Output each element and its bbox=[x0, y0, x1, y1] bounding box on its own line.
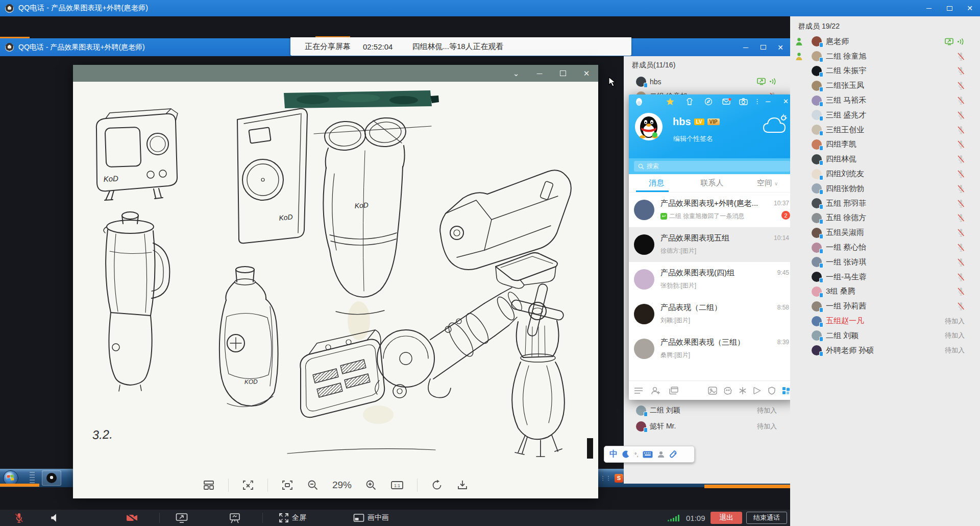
member-row[interactable]: 3组 桑腾 bbox=[790, 284, 980, 299]
share-screen-button[interactable] bbox=[176, 510, 188, 526]
one-to-one-icon[interactable]: 1:1 bbox=[390, 479, 404, 491]
member-row[interactable]: 三组 盛兆才 bbox=[790, 108, 980, 123]
member-row[interactable]: 五组吴淑雨 bbox=[790, 225, 980, 240]
avatar bbox=[812, 154, 822, 164]
more-menu-icon[interactable]: ⋮ bbox=[754, 98, 761, 105]
member-row[interactable]: 二组 刘颖 待加入 bbox=[624, 402, 790, 418]
tab-messages[interactable]: 消息 bbox=[629, 178, 684, 188]
conversation-item[interactable]: 产品效果图表现+外聘(扈老... 10:37 ↩二组 徐童旭撤回了一条消息 2 bbox=[629, 193, 790, 227]
conversation-item[interactable]: 产品效果图表现(四)组 9:45 张勃勃:[图片] bbox=[629, 262, 790, 297]
member-row[interactable]: 四组李凯 bbox=[790, 137, 980, 152]
camera-off-button[interactable] bbox=[126, 510, 139, 526]
member-row[interactable]: 二组 徐童旭 bbox=[790, 49, 980, 64]
share-border-bottom-left bbox=[0, 484, 39, 487]
qq-minimize-button[interactable]: ─ bbox=[766, 98, 770, 105]
app-grid-icon[interactable] bbox=[782, 387, 790, 395]
fullscreen-button[interactable]: 全屏 bbox=[279, 510, 306, 526]
maximize-button[interactable] bbox=[939, 0, 960, 16]
member-row[interactable]: 一组 蔡心怡 bbox=[790, 240, 980, 255]
camera-icon[interactable] bbox=[739, 98, 748, 106]
vip-badge[interactable]: VIP bbox=[707, 118, 720, 125]
member-row[interactable]: 五组 邢羽菲 bbox=[790, 196, 980, 211]
tab-contacts[interactable]: 联系人 bbox=[684, 178, 740, 188]
compass-icon[interactable] bbox=[704, 98, 713, 106]
extract-text-icon[interactable] bbox=[242, 479, 254, 491]
member-row[interactable]: 四组刘统友 bbox=[790, 166, 980, 181]
signature-edit[interactable]: 编辑个性签名 bbox=[673, 134, 713, 144]
member-row[interactable]: 外聘老师 孙硕 待加入 bbox=[790, 343, 980, 358]
member-row[interactable]: 一组 孙莉茜 bbox=[790, 299, 980, 314]
viewer-maximize-button[interactable] bbox=[551, 69, 575, 78]
shield-icon[interactable] bbox=[768, 387, 776, 395]
muted-mic-icon bbox=[957, 52, 965, 61]
play-video-icon[interactable] bbox=[753, 387, 762, 395]
tab-space[interactable]: 空间 ∨ bbox=[740, 178, 790, 188]
member-row[interactable]: 二组张玉凤 bbox=[790, 78, 980, 93]
close-button[interactable]: ✕ bbox=[960, 0, 980, 16]
conversation-item[interactable]: 产品效果图表现五组 10:14 徐德方:[图片] bbox=[629, 227, 790, 262]
exit-button[interactable]: 退出 bbox=[710, 512, 742, 524]
member-row[interactable]: 扈老师 bbox=[790, 34, 980, 49]
fit-screen-icon[interactable] bbox=[281, 479, 293, 491]
ime-punctuation-indicator[interactable]: °, bbox=[634, 451, 638, 458]
conversation-time: 10:14 bbox=[774, 234, 789, 242]
member-name: 二组 刘颖 bbox=[826, 331, 859, 341]
zoom-in-icon[interactable] bbox=[365, 479, 377, 491]
member-row[interactable]: 二组 刘颖 待加入 bbox=[790, 328, 980, 343]
end-call-button[interactable]: 结束通话 bbox=[746, 512, 787, 524]
layout-grid-icon[interactable] bbox=[203, 479, 215, 491]
photo-frame-icon[interactable] bbox=[708, 387, 717, 395]
member-row[interactable]: 懿轩 Mr. 待加入 bbox=[624, 418, 790, 434]
tshirt-icon[interactable] bbox=[685, 98, 694, 106]
inner-close-button[interactable]: ✕ bbox=[772, 38, 789, 56]
member-list: 扈老师 二组 徐童旭 bbox=[790, 34, 980, 358]
whiteboard-button[interactable] bbox=[229, 510, 241, 526]
ime-language-indicator[interactable]: 中 bbox=[609, 449, 618, 460]
asterisk-icon[interactable] bbox=[739, 387, 747, 395]
inner-minimize-button[interactable]: ─ bbox=[737, 38, 754, 56]
member-row[interactable]: 五组 徐德方 bbox=[790, 211, 980, 226]
collapse-button[interactable]: ⌄ bbox=[504, 69, 528, 78]
rotate-icon[interactable] bbox=[431, 479, 443, 491]
qq-avatar[interactable] bbox=[635, 113, 663, 140]
taskbar-app-button[interactable] bbox=[42, 470, 61, 486]
level-badge[interactable]: LV bbox=[694, 118, 704, 125]
ime-user-icon[interactable] bbox=[657, 451, 665, 458]
add-friend-icon[interactable] bbox=[651, 387, 661, 395]
minimize-button[interactable]: ─ bbox=[919, 0, 939, 16]
viewer-titlebar: ⌄ ─ ✕ bbox=[73, 65, 598, 82]
member-row[interactable]: 二组 朱振宇 bbox=[790, 64, 980, 79]
zoom-out-icon[interactable] bbox=[307, 479, 319, 491]
member-row[interactable]: hbs bbox=[624, 74, 790, 89]
star-icon[interactable] bbox=[666, 98, 674, 106]
member-row[interactable]: 一组-马生蓉 bbox=[790, 270, 980, 284]
viewer-minimize-button[interactable]: ─ bbox=[528, 69, 551, 78]
member-row[interactable]: 五组赵一凡 待加入 bbox=[790, 314, 980, 328]
qq-close-button[interactable]: ✕ bbox=[783, 98, 789, 105]
speaker-button[interactable] bbox=[50, 510, 60, 526]
member-row[interactable]: 三组王创业 bbox=[790, 123, 980, 137]
member-row[interactable]: 四组张勃勃 bbox=[790, 181, 980, 196]
folders-icon[interactable] bbox=[669, 387, 679, 395]
ime-wrench-icon[interactable] bbox=[669, 450, 677, 458]
conversation-item[interactable]: 产品表现（二组） 8:58 刘颖:[图片] bbox=[629, 297, 790, 331]
ime-keyboard-icon[interactable] bbox=[643, 451, 653, 458]
conversation-item[interactable]: 产品效果图表现（三组） 8:39 桑腾:[图片] bbox=[629, 331, 790, 366]
mail-icon[interactable] bbox=[722, 98, 731, 106]
member-row[interactable]: 四组林侃 bbox=[790, 152, 980, 166]
mobile-badge-icon bbox=[819, 116, 823, 121]
avatar bbox=[812, 198, 822, 208]
main-menu-icon[interactable] bbox=[634, 387, 643, 394]
member-row[interactable]: 三组 马裕禾 bbox=[790, 93, 980, 108]
mobile-badge-icon bbox=[819, 234, 823, 239]
download-icon[interactable] bbox=[456, 479, 469, 491]
search-input[interactable]: 搜索 bbox=[634, 161, 790, 172]
mute-mic-button[interactable] bbox=[14, 510, 23, 526]
ime-moon-icon[interactable] bbox=[622, 450, 630, 458]
sogou-tray-icon[interactable]: S bbox=[615, 474, 623, 483]
viewer-close-button[interactable]: ✕ bbox=[575, 69, 598, 78]
pip-button[interactable]: 画中画 bbox=[353, 510, 389, 526]
member-row[interactable]: 一组 张诗琪 bbox=[790, 255, 980, 270]
inner-restore-button[interactable] bbox=[754, 38, 772, 56]
doodle-pet-icon[interactable] bbox=[723, 387, 732, 395]
